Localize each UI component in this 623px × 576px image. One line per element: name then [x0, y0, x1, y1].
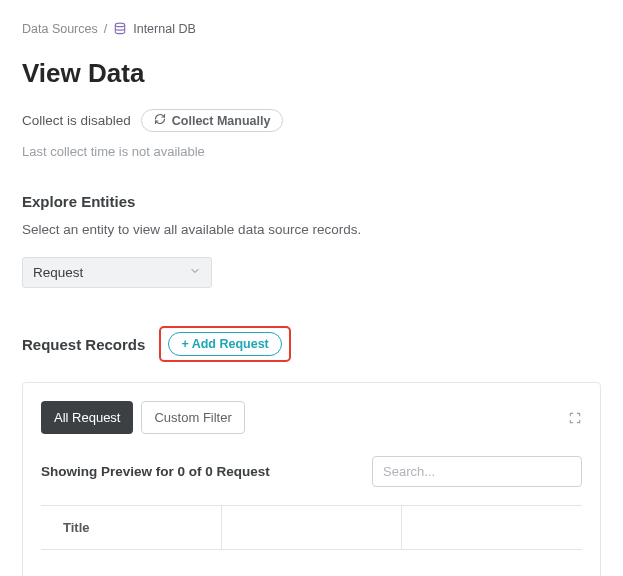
refresh-icon: [154, 113, 166, 128]
breadcrumb-separator: /: [104, 22, 107, 36]
expand-icon[interactable]: [568, 411, 582, 425]
preview-count-text: Showing Preview for 0 of 0 Request: [41, 464, 270, 479]
records-title: Request Records: [22, 336, 145, 353]
collect-manually-label: Collect Manually: [172, 114, 271, 128]
table-header-row: Title: [41, 506, 582, 550]
collect-manually-button[interactable]: Collect Manually: [141, 109, 284, 132]
tab-custom-filter[interactable]: Custom Filter: [141, 401, 244, 434]
database-icon: [113, 22, 127, 36]
table-row: [41, 550, 582, 577]
explore-subtitle: Select an entity to view all available d…: [22, 222, 601, 237]
collect-status: Collect is disabled: [22, 113, 131, 128]
breadcrumb: Data Sources / Internal DB: [22, 22, 601, 36]
explore-title: Explore Entities: [22, 193, 601, 210]
page-title: View Data: [22, 58, 601, 89]
last-collect-time: Last collect time is not available: [22, 144, 601, 159]
records-tabs: All Request Custom Filter: [41, 401, 245, 434]
add-request-button[interactable]: + Add Request: [168, 332, 281, 356]
records-table: Title: [41, 505, 582, 576]
entity-select[interactable]: Request: [22, 257, 212, 288]
chevron-down-icon: [189, 265, 201, 280]
add-request-highlight: + Add Request: [159, 326, 290, 362]
collect-row: Collect is disabled Collect Manually: [22, 109, 601, 132]
search-input[interactable]: [372, 456, 582, 487]
table-col-title: Title: [41, 506, 221, 550]
breadcrumb-root-link[interactable]: Data Sources: [22, 22, 98, 36]
svg-point-0: [116, 23, 125, 27]
entity-select-value: Request: [33, 265, 83, 280]
table-col-3: [402, 506, 582, 550]
records-card: All Request Custom Filter Showing Previe…: [22, 382, 601, 576]
records-header-row: Request Records + Add Request: [22, 326, 601, 362]
table-col-2: [221, 506, 401, 550]
breadcrumb-current: Internal DB: [133, 22, 196, 36]
tab-all-request[interactable]: All Request: [41, 401, 133, 434]
